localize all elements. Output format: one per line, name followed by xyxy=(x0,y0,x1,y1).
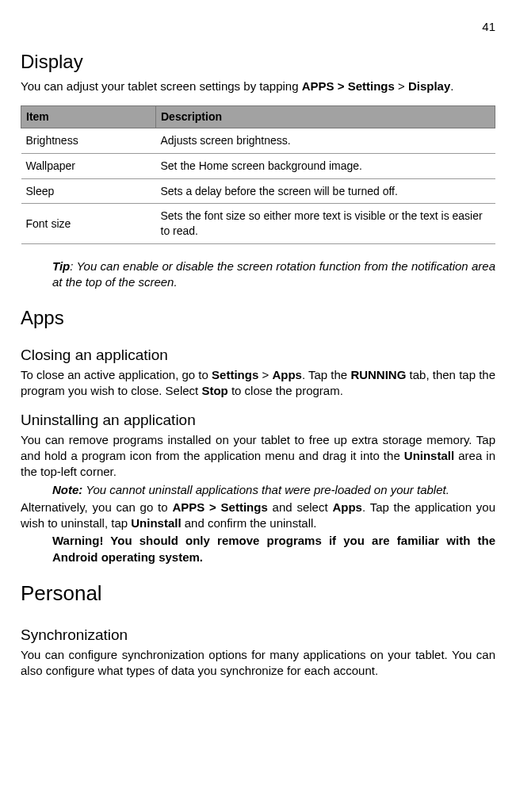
cell-item: Brightness xyxy=(21,128,156,153)
text-bold: APPS > Settings xyxy=(172,500,267,514)
tip-block: Tip: You can enable or disable the scree… xyxy=(52,259,495,291)
text: > xyxy=(395,79,408,93)
text: Alternatively, you can go to xyxy=(21,500,172,514)
heading-closing-app: Closing an application xyxy=(21,345,495,366)
table-row: Brightness Adjusts screen brightness. xyxy=(21,128,495,153)
text-bold: Uninstall xyxy=(404,449,454,462)
text: > xyxy=(258,368,272,381)
heading-personal: Personal xyxy=(21,580,495,607)
table-row: Font size Sets the font size so either m… xyxy=(21,204,495,244)
text: to close the program. xyxy=(228,384,343,397)
text-bold: Apps xyxy=(332,500,362,514)
text-bold: APPS > Settings xyxy=(302,79,395,93)
heading-uninstalling-app: Uninstalling an application xyxy=(21,410,495,431)
sync-paragraph: You can configure synchronization option… xyxy=(21,647,495,680)
cell-desc: Sets the font size so either more text i… xyxy=(156,204,495,244)
heading-display: Display xyxy=(21,49,495,75)
note-label: Note: xyxy=(52,483,82,496)
text-bold: Settings xyxy=(212,368,258,381)
display-table: Item Description Brightness Adjusts scre… xyxy=(21,105,495,244)
table-header-row: Item Description xyxy=(21,105,495,128)
cell-desc: Set the Home screen background image. xyxy=(156,153,495,178)
text: and confirm the uninstall. xyxy=(182,516,317,530)
note-block: Note: You cannot uninstall applications … xyxy=(52,482,495,498)
note-text: You cannot uninstall applications that w… xyxy=(82,483,449,496)
display-intro: You can adjust your tablet screen settin… xyxy=(21,79,495,94)
warning-block: Warning! You should only remove programs… xyxy=(52,533,495,565)
heading-synchronization: Synchronization xyxy=(21,625,495,645)
text-bold: Display xyxy=(408,79,450,93)
table-row: Wallpaper Set the Home screen background… xyxy=(21,153,495,178)
text: . Tap the xyxy=(302,368,350,381)
table-row: Sleep Sets a delay before the screen wil… xyxy=(21,178,495,204)
text: To close an active application, go to xyxy=(21,368,212,381)
uninstall-paragraph-1: You can remove programs installed on you… xyxy=(21,432,495,481)
text: and select xyxy=(268,500,333,514)
tip-text: : You can enable or disable the screen r… xyxy=(52,259,495,289)
uninstall-paragraph-2: Alternatively, you can go to APPS > Sett… xyxy=(21,500,495,532)
text-bold: Apps xyxy=(272,368,302,381)
cell-item: Sleep xyxy=(21,178,156,204)
cell-item: Wallpaper xyxy=(21,153,156,178)
col-description: Description xyxy=(156,105,495,128)
text-bold: RUNNING xyxy=(350,368,406,381)
closing-app-paragraph: To close an active application, go to Se… xyxy=(21,367,495,400)
col-item: Item xyxy=(21,105,156,128)
cell-desc: Adjusts screen brightness. xyxy=(156,128,495,153)
heading-apps: Apps xyxy=(21,305,495,331)
text-bold: Stop xyxy=(201,384,227,397)
cell-desc: Sets a delay before the screen will be t… xyxy=(156,178,495,204)
cell-item: Font size xyxy=(21,204,156,244)
text: You can adjust your tablet screen settin… xyxy=(21,79,302,93)
page-number: 41 xyxy=(21,19,495,35)
tip-label: Tip xyxy=(52,259,70,273)
text-bold: Uninstall xyxy=(131,516,181,530)
text: . xyxy=(450,79,453,93)
